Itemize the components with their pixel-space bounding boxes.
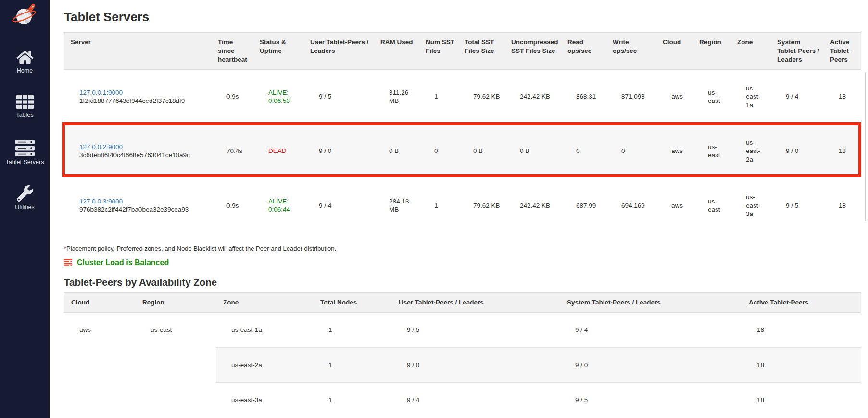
server-link[interactable]: 127.0.0.3:9000 (79, 198, 123, 205)
cell-user-peers: 9 / 5 (391, 312, 560, 347)
col-uncompressed-sst: Uncompressed SST Files Size (504, 33, 561, 70)
col-ram: RAM Used (374, 33, 419, 70)
sidebar: Home Tables (0, 0, 50, 418)
cell-active-peers: 18 (823, 70, 861, 124)
sidebar-item-home[interactable]: Home (0, 50, 50, 74)
az-row-1: aws us-east us-east-1a 1 9 / 5 9 / 4 18 (64, 312, 861, 347)
col-region: Region (135, 292, 216, 312)
sidebar-item-utilities[interactable]: Utilities (0, 185, 50, 211)
cell-ram: 311.26 MB (374, 70, 419, 124)
server-link[interactable]: 127.0.0.1:9000 (79, 89, 123, 96)
main-content: Tablet Servers Server Time since heartbe… (50, 0, 868, 418)
col-cloud: Cloud (656, 33, 692, 70)
cell-status: ALIVE: 0:06:44 (253, 178, 303, 233)
cluster-load-label: Cluster Load is Balanced (77, 258, 169, 267)
cell-num-sst: 0 (419, 124, 458, 178)
col-region: Region (692, 33, 730, 70)
cell-region: us-east (135, 312, 216, 418)
cell-active-peers: 18 (742, 347, 861, 382)
cell-system-peers: 9 / 0 (770, 124, 823, 178)
server-row-2-dead: 127.0.0.2:9000 3c6deb86f40c4f668e5763041… (64, 124, 861, 178)
cell-cloud: aws (656, 70, 692, 124)
cell-num-sst: 1 (419, 70, 458, 124)
cell-status: DEAD (253, 124, 303, 178)
col-active-peers: Active Tablet-Peers (742, 292, 861, 312)
cell-read-ops: 0 (561, 124, 606, 178)
cell-uncompressed-sst: 0 B (504, 124, 561, 178)
cell-heartbeat: 70.4s (211, 124, 253, 178)
cell-heartbeat: 0.9s (211, 70, 253, 124)
col-cloud: Cloud (64, 292, 135, 312)
server-uuid: 1f2fd188777643cf944ced2f37c18df9 (79, 97, 208, 105)
col-zone: Zone (730, 33, 770, 70)
cell-user-peers: 9 / 4 (303, 178, 374, 233)
cluster-load-status: Cluster Load is Balanced (64, 258, 868, 267)
az-table: Cloud Region Zone Total Nodes User Table… (64, 292, 861, 418)
sidebar-label-utilities: Utilities (0, 204, 50, 211)
cell-system-peers: 9 / 0 (560, 347, 742, 382)
cell-write-ops: 694.169 (606, 178, 656, 233)
col-user-peers: User Tablet-Peers / Leaders (303, 33, 374, 70)
col-zone: Zone (216, 292, 313, 312)
server-row-1: 127.0.0.1:9000 1f2fd188777643cf944ced2f3… (64, 70, 861, 124)
cell-total-nodes: 1 (313, 347, 391, 382)
cell-zone: us-east-3a (730, 178, 770, 233)
col-read-ops: Read ops/sec (561, 33, 606, 70)
col-heartbeat: Time since heartbeat (211, 33, 253, 70)
cell-heartbeat: 0.9s (211, 178, 253, 233)
cell-zone: us-east-1a (216, 312, 313, 347)
cell-total-sst: 0 B (458, 124, 504, 178)
server-link[interactable]: 127.0.0.2:9000 (79, 143, 123, 151)
cell-active-peers: 18 (742, 382, 861, 418)
cell-num-sst: 1 (419, 178, 458, 233)
cell-zone: us-east-2a (216, 347, 313, 382)
cell-total-nodes: 1 (313, 312, 391, 347)
cell-active-peers: 18 (742, 312, 861, 347)
col-active-peers: Active Tablet-Peers (823, 33, 861, 70)
cell-system-peers: 9 / 5 (560, 382, 742, 418)
cell-region: us-east (692, 70, 730, 124)
cell-read-ops: 868.31 (561, 70, 606, 124)
sidebar-label-tablet-servers: Tablet Servers (0, 159, 50, 165)
sidebar-item-tables[interactable]: Tables (0, 95, 50, 118)
cell-active-peers: 18 (823, 124, 861, 178)
cell-region: us-east (692, 178, 730, 233)
placement-footnote: *Placement policy, Preferred zones, and … (64, 245, 868, 252)
cell-uncompressed-sst: 242.42 KB (504, 70, 561, 124)
wrench-icon (17, 185, 33, 202)
col-system-peers: System Tablet-Peers / Leaders (560, 292, 742, 312)
server-uuid: 3c6deb86f40c4f668e5763041ce10a9c (79, 151, 208, 160)
cell-write-ops: 871.098 (606, 70, 656, 124)
home-icon (16, 50, 34, 65)
cell-system-peers: 9 / 5 (770, 178, 823, 233)
cell-read-ops: 687.99 (561, 178, 606, 233)
page-title: Tablet Servers (64, 10, 868, 25)
cell-cloud: aws (656, 124, 692, 178)
col-total-nodes: Total Nodes (313, 292, 391, 312)
server-row-3: 127.0.0.3:9000 976b382c2ff442f7ba0bea32e… (64, 178, 861, 233)
cell-active-peers: 18 (823, 178, 861, 233)
cell-user-peers: 9 / 4 (391, 382, 560, 418)
cell-cloud: aws (64, 312, 135, 418)
cell-write-ops: 0 (606, 124, 656, 178)
cell-user-peers: 9 / 0 (391, 347, 560, 382)
server-uuid: 976b382c2ff442f7ba0bea32e39cea93 (79, 205, 208, 214)
cell-ram: 0 B (374, 124, 419, 178)
cell-total-sst: 79.62 KB (458, 70, 504, 124)
cell-user-peers: 9 / 5 (303, 70, 374, 124)
cell-user-peers: 9 / 0 (303, 124, 374, 178)
scrollbar-thumb[interactable] (865, 72, 866, 221)
sidebar-item-tablet-servers[interactable]: Tablet Servers (0, 140, 50, 165)
cell-status: ALIVE: 0:06:53 (253, 70, 303, 124)
balance-icon (64, 259, 72, 266)
app-logo[interactable] (0, 3, 50, 29)
az-section-title: Tablet-Peers by Availability Zone (64, 277, 868, 288)
col-write-ops: Write ops/sec (606, 33, 656, 70)
col-num-sst: Num SST Files (419, 33, 458, 70)
cell-zone: us-east-3a (216, 382, 313, 418)
servers-header-row: Server Time since heartbeat Status & Upt… (64, 33, 861, 70)
cell-region: us-east (692, 124, 730, 178)
tables-icon (16, 95, 34, 109)
cell-zone: us-east-1a (730, 70, 770, 124)
tablet-servers-table: Server Time since heartbeat Status & Upt… (64, 32, 861, 233)
